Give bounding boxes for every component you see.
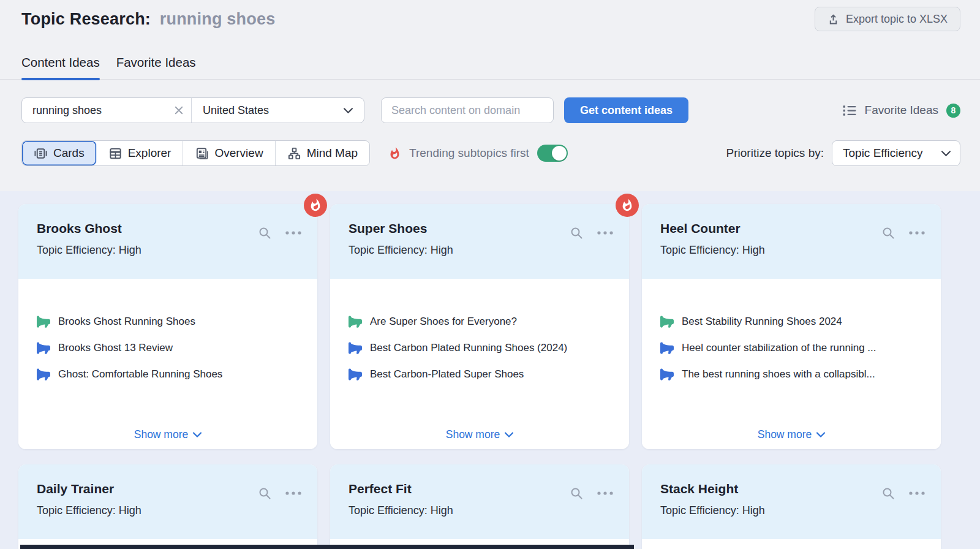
list-icon xyxy=(842,104,857,117)
keyword-field xyxy=(22,98,192,123)
country-value: United States xyxy=(203,104,269,117)
trending-badge xyxy=(304,194,327,217)
get-content-ideas-button[interactable]: Get content ideas xyxy=(564,97,688,123)
keyword-country-combo: United States xyxy=(21,97,364,123)
card-header-text: Stack Height Topic Efficiency: High xyxy=(660,482,765,539)
card-more-icon[interactable] xyxy=(597,491,613,495)
view-tab-mindmap[interactable]: Mind Map xyxy=(276,141,369,165)
card-items: Best Stability Running Shoes 2024 Heel c… xyxy=(642,279,941,428)
card-body xyxy=(642,539,941,549)
topic-card: Super Shoes Topic Efficiency: High Are S… xyxy=(330,204,629,449)
view-tab-label: Explorer xyxy=(128,146,172,160)
card-actions xyxy=(881,225,925,241)
clear-keyword-icon[interactable] xyxy=(175,106,183,115)
show-more-link[interactable]: Show more xyxy=(446,428,514,441)
page-title-prefix: Topic Research: xyxy=(21,10,151,28)
topic-research-page: Topic Research: running shoes Export top… xyxy=(0,0,980,549)
card-item[interactable]: Heel counter stabilization of the runnin… xyxy=(660,341,925,355)
domain-input[interactable] xyxy=(381,97,554,123)
card-header-text: Super Shoes Topic Efficiency: High xyxy=(349,221,453,279)
card-actions xyxy=(570,225,613,241)
keyword-input[interactable] xyxy=(32,104,175,117)
table-icon xyxy=(108,146,123,161)
favorite-ideas-link[interactable]: Favorite Ideas 8 xyxy=(842,104,960,118)
card-item[interactable]: Best Carbon Plated Running Shoes (2024) xyxy=(349,341,613,355)
card-items: Brooks Ghost Running Shoes Brooks Ghost … xyxy=(18,279,317,428)
card-body: Brooks Ghost Running Shoes Brooks Ghost … xyxy=(18,279,317,449)
headline-text: Ghost: Comfortable Running Shoes xyxy=(58,368,222,381)
prioritize-select[interactable]: Topic Efficiency xyxy=(832,140,960,166)
card-more-icon[interactable] xyxy=(909,231,925,235)
card-header: Brooks Ghost Topic Efficiency: High xyxy=(18,204,317,279)
page-title-query: running shoes xyxy=(160,10,276,28)
card-actions xyxy=(258,225,301,241)
country-select[interactable]: United States xyxy=(192,98,364,123)
card-efficiency: Topic Efficiency: High xyxy=(349,244,453,257)
show-more-label: Show more xyxy=(446,428,500,441)
tabs: Content Ideas Favorite Ideas xyxy=(21,55,960,79)
card-item[interactable]: Ghost: Comfortable Running Shoes xyxy=(37,367,301,382)
card-item[interactable]: Brooks Ghost Running Shoes xyxy=(37,314,301,329)
toggle-knob xyxy=(552,146,567,161)
card-search-icon[interactable] xyxy=(258,487,271,500)
view-tab-explorer[interactable]: Explorer xyxy=(97,141,184,165)
favorites-count-badge: 8 xyxy=(946,104,960,118)
card-search-icon[interactable] xyxy=(881,226,895,240)
chevron-down-icon xyxy=(344,108,353,113)
megaphone-icon xyxy=(37,315,50,328)
card-title: Perfect Fit xyxy=(349,482,453,496)
view-tab-label: Overview xyxy=(214,146,263,160)
card-item[interactable]: Best Stability Running Shoes 2024 xyxy=(660,314,925,329)
card-efficiency: Topic Efficiency: High xyxy=(37,504,141,517)
show-more-label: Show more xyxy=(134,428,189,441)
card-title: Daily Trainer xyxy=(37,482,141,496)
trending-toggle-group: Trending subtopics first xyxy=(388,145,568,162)
megaphone-icon xyxy=(349,368,362,381)
card-efficiency: Topic Efficiency: High xyxy=(660,504,765,517)
card-actions xyxy=(881,485,925,501)
card-item[interactable]: The best running shoes with a collapsibl… xyxy=(660,367,925,382)
card-header-text: Daily Trainer Topic Efficiency: High xyxy=(37,482,141,539)
card-search-icon[interactable] xyxy=(258,226,271,240)
tab-favorite-ideas[interactable]: Favorite Ideas xyxy=(116,55,196,79)
page-title: Topic Research: running shoes xyxy=(21,10,275,29)
card-items: Are Super Shoes for Everyone? Best Carbo… xyxy=(330,279,629,428)
export-button[interactable]: Export topic to XLSX xyxy=(815,7,960,31)
card-body: Are Super Shoes for Everyone? Best Carbo… xyxy=(330,279,629,449)
card-header: Heel Counter Topic Efficiency: High xyxy=(642,204,941,279)
card-more-icon[interactable] xyxy=(285,231,301,235)
card-more-icon[interactable] xyxy=(285,491,301,495)
card-header: Stack Height Topic Efficiency: High xyxy=(642,464,941,539)
card-efficiency: Topic Efficiency: High xyxy=(37,244,141,257)
headline-text: Best Carbon-Plated Super Shoes xyxy=(370,368,524,381)
card-more-icon[interactable] xyxy=(909,491,925,495)
topic-card: Stack Height Topic Efficiency: High xyxy=(642,464,941,549)
trending-toggle[interactable] xyxy=(537,145,568,162)
chevron-down-icon xyxy=(816,432,825,437)
search-toolbar: United States Get content ideas Favorite… xyxy=(21,97,960,123)
card-item[interactable]: Brooks Ghost 13 Review xyxy=(37,341,301,355)
chevron-down-icon xyxy=(193,432,202,437)
card-item[interactable]: Are Super Shoes for Everyone? xyxy=(349,314,613,329)
headline-text: The best running shoes with a collapsibl… xyxy=(682,368,875,381)
megaphone-icon xyxy=(349,315,362,328)
show-more-link[interactable]: Show more xyxy=(134,428,202,441)
tabs-divider xyxy=(0,79,980,80)
card-search-icon[interactable] xyxy=(570,487,583,500)
headline-text: Best Carbon Plated Running Shoes (2024) xyxy=(370,342,567,354)
chevron-down-icon xyxy=(505,432,513,437)
card-title: Brooks Ghost xyxy=(37,221,141,236)
prioritize-group: Prioritize topics by: Topic Efficiency xyxy=(726,140,960,166)
topic-card: Brooks Ghost Topic Efficiency: High Broo… xyxy=(18,204,317,449)
card-search-icon[interactable] xyxy=(570,226,583,240)
tab-content-ideas[interactable]: Content Ideas xyxy=(21,55,100,79)
card-item[interactable]: Best Carbon-Plated Super Shoes xyxy=(349,367,613,382)
show-more-label: Show more xyxy=(758,428,812,441)
show-more-link[interactable]: Show more xyxy=(758,428,826,441)
card-search-icon[interactable] xyxy=(881,487,895,500)
view-tab-overview[interactable]: Overview xyxy=(183,141,275,165)
megaphone-icon xyxy=(660,315,674,328)
view-tab-cards[interactable]: Cards xyxy=(22,141,97,165)
card-more-icon[interactable] xyxy=(597,231,613,235)
card-title: Heel Counter xyxy=(660,221,765,236)
